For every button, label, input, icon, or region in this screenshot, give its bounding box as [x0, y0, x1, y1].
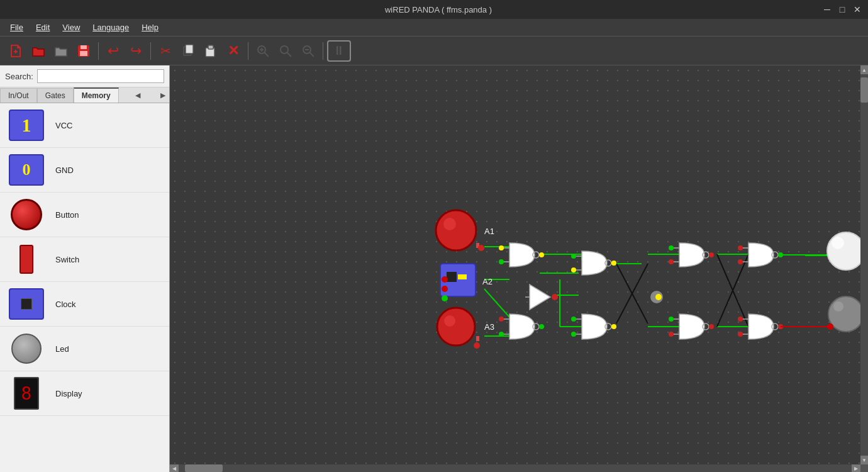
buffer-gate	[525, 284, 558, 310]
svg-point-82	[571, 332, 576, 337]
search-bar: Search:	[0, 65, 169, 87]
input-a3[interactable]: A3	[437, 308, 494, 349]
save-button[interactable]	[73, 40, 94, 62]
svg-point-51	[442, 295, 448, 301]
zoom-out-button[interactable]	[298, 40, 319, 62]
svg-point-87	[669, 245, 674, 250]
component-switch[interactable]: Switch	[0, 237, 169, 282]
component-led[interactable]: Led	[0, 327, 169, 371]
toolbar-separator-2	[150, 42, 151, 60]
open-button[interactable]	[28, 40, 49, 62]
h-scroll-thumb[interactable]	[185, 464, 223, 472]
svg-point-11	[281, 46, 288, 53]
svg-rect-46	[447, 272, 457, 282]
h-scroll-left[interactable]: ◀	[170, 464, 179, 472]
tab-next-arrow[interactable]: ▶	[157, 89, 169, 102]
svg-text:A2: A2	[482, 277, 492, 286]
button-icon	[8, 198, 45, 232]
svg-point-39	[436, 210, 476, 250]
minimize-button[interactable]: ─	[821, 4, 833, 15]
menu-view[interactable]: View	[56, 21, 86, 33]
copy-button[interactable]	[177, 40, 199, 62]
toolbar-separator-3	[248, 42, 248, 60]
svg-point-93	[669, 317, 674, 322]
toolbar: ↩ ↪ ✂ ✕ ⏸	[0, 37, 868, 65]
svg-point-76	[571, 267, 576, 273]
v-scrollbar: ▲ ▼	[860, 65, 868, 464]
svg-point-43	[478, 245, 484, 251]
close-button[interactable]: ✕	[852, 4, 863, 15]
menu-edit[interactable]: Edit	[30, 21, 56, 33]
maximize-button[interactable]: □	[837, 4, 848, 15]
svg-rect-55	[476, 336, 479, 341]
tab-memory[interactable]: Memory	[74, 87, 119, 103]
v-scroll-thumb[interactable]	[860, 77, 868, 103]
component-clock[interactable]: Clock	[0, 282, 169, 327]
main-layout: Search: In/Out Gates Memory ◀ ▶ 1 VCC 0	[0, 65, 868, 472]
new-button[interactable]	[5, 40, 26, 62]
clock-icon	[8, 287, 45, 321]
component-display[interactable]: 8 Display	[0, 371, 169, 416]
display-icon: 8	[8, 376, 45, 410]
open-recent-button[interactable]	[50, 40, 72, 62]
svg-point-105	[738, 317, 743, 322]
delete-button[interactable]: ✕	[223, 40, 244, 62]
menu-bar: File Edit View Language Help	[0, 19, 868, 37]
left-panel: Search: In/Out Gates Memory ◀ ▶ 1 VCC 0	[0, 65, 170, 472]
svg-text:A3: A3	[484, 322, 494, 332]
menu-language[interactable]: Language	[86, 21, 135, 33]
svg-point-75	[571, 254, 576, 259]
svg-point-81	[571, 317, 576, 322]
input-a1[interactable]: A1	[436, 210, 494, 251]
switch-label: Switch	[55, 255, 79, 264]
svg-point-94	[669, 332, 674, 337]
vcc-label: VCC	[55, 121, 72, 130]
tab-gates[interactable]: Gates	[37, 88, 74, 103]
svg-line-12	[287, 52, 292, 57]
tab-prev-arrow[interactable]: ◀	[131, 89, 144, 102]
h-scrollbar: ◀ ▶	[170, 464, 860, 472]
h-scroll-track	[179, 464, 852, 472]
svg-point-64	[499, 259, 504, 264]
display-label: Display	[55, 389, 82, 398]
circuit-svg: A1 A2 A3	[170, 65, 868, 472]
svg-point-113	[833, 301, 843, 312]
svg-point-100	[738, 259, 743, 264]
zoom-in-button[interactable]	[252, 40, 274, 62]
led-label: Led	[55, 344, 69, 354]
button-label: Button	[55, 210, 79, 220]
svg-line-8	[265, 52, 269, 57]
v-scroll-down[interactable]: ▼	[860, 456, 868, 464]
component-gnd[interactable]: 0 GND	[0, 148, 169, 193]
svg-point-88	[669, 259, 674, 264]
v-scroll-up[interactable]: ▲	[860, 65, 868, 74]
canvas-area[interactable]: A1 A2 A3	[170, 65, 868, 472]
svg-point-52	[437, 308, 475, 346]
input-a2[interactable]: A2	[440, 264, 492, 301]
svg-point-95	[709, 324, 714, 329]
zoom-fit-button[interactable]	[275, 40, 296, 62]
redo-button[interactable]: ↪	[125, 40, 147, 62]
dot-notq-out	[827, 323, 833, 330]
menu-help[interactable]: Help	[135, 21, 165, 33]
search-input[interactable]	[37, 69, 164, 83]
svg-line-26	[484, 289, 509, 317]
component-button[interactable]: Button	[0, 193, 169, 237]
scroll-corner	[860, 464, 868, 472]
svg-point-83	[611, 324, 616, 329]
menu-file[interactable]: File	[4, 21, 30, 33]
svg-point-109	[827, 232, 865, 270]
h-scroll-right[interactable]: ▶	[852, 464, 860, 472]
clock-label: Clock	[55, 300, 76, 309]
component-vcc[interactable]: 1 VCC	[0, 103, 169, 148]
svg-marker-57	[530, 284, 550, 310]
svg-point-65	[539, 252, 544, 257]
tab-in-out[interactable]: In/Out	[0, 88, 37, 103]
undo-button[interactable]: ↩	[103, 40, 124, 62]
svg-point-71	[539, 324, 544, 329]
paste-button[interactable]	[200, 40, 221, 62]
v-scroll-track	[860, 74, 868, 456]
led-icon	[8, 332, 45, 366]
cut-button[interactable]: ✂	[155, 40, 176, 62]
pause-button[interactable]: ⏸	[327, 40, 351, 62]
